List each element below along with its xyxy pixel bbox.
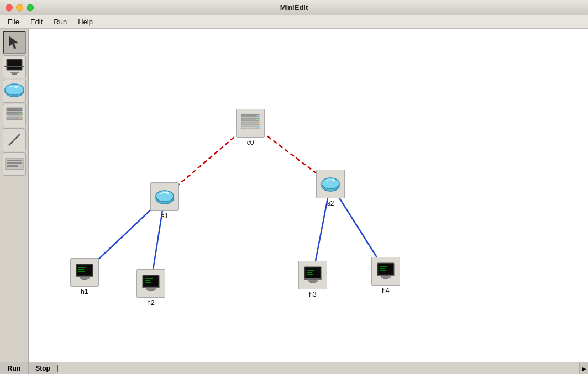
node-h1-label: h1 [81,288,88,296]
svg-rect-16 [7,160,22,161]
node-s1-box [150,182,179,211]
svg-rect-59 [381,276,391,278]
scroll-right-arrow[interactable]: ▶ [579,362,588,374]
node-h3[interactable]: h3 [298,261,327,298]
stop-button[interactable]: Stop [29,362,57,374]
node-h2-label: h2 [147,299,154,307]
node-c0[interactable]: c0 [236,109,265,146]
connection-canvas [29,29,588,362]
menu-run[interactable]: Run [48,17,72,27]
node-h4-box [371,257,400,286]
toolbar [0,29,29,362]
statusbar: Run Stop ▶ [0,362,588,374]
run-button[interactable]: Run [0,362,29,374]
svg-point-12 [19,113,21,115]
tool-host[interactable] [3,55,26,78]
traffic-lights [6,4,34,11]
node-h1-box [70,258,99,287]
node-c0-box [236,109,265,138]
titlebar: MiniEdit [0,0,588,15]
minimize-button[interactable] [16,4,23,11]
svg-point-24 [257,119,259,120]
svg-rect-3 [4,66,24,67]
node-s2[interactable]: s2 [316,170,345,207]
menu-file[interactable]: File [2,17,25,27]
node-h3-label: h3 [309,291,316,298]
node-s1-label: s1 [161,212,169,220]
svg-rect-57 [377,275,395,276]
node-s2-box [316,170,345,198]
svg-rect-21 [242,122,259,125]
node-h3-box [298,261,327,289]
svg-rect-5 [10,72,19,73]
menu-edit[interactable]: Edit [25,17,48,27]
scroll-track[interactable] [57,365,579,372]
menu-help[interactable]: Help [72,17,98,27]
svg-rect-17 [7,162,22,164]
svg-rect-2 [8,60,21,69]
node-h2-box [136,269,165,298]
svg-point-13 [19,117,21,119]
svg-marker-0 [9,36,18,49]
menubar: File Edit Run Help [0,15,588,29]
tool-link[interactable] [3,128,26,151]
svg-rect-48 [306,268,320,278]
app-title: MiniEdit [280,3,308,12]
svg-rect-51 [308,280,318,282]
node-c0-label: c0 [247,139,254,146]
node-s1[interactable]: s1 [150,182,179,220]
svg-rect-35 [80,277,90,279]
svg-rect-22 [242,126,259,129]
svg-point-26 [257,127,259,128]
svg-rect-18 [7,165,18,167]
svg-rect-4 [12,73,17,75]
close-button[interactable] [6,4,13,11]
svg-rect-40 [144,276,158,286]
svg-point-25 [257,123,259,124]
svg-rect-56 [379,264,393,274]
svg-rect-43 [146,288,156,290]
svg-rect-49 [304,278,322,280]
svg-rect-32 [77,265,92,275]
svg-rect-33 [76,276,93,277]
node-h1[interactable]: h1 [70,258,99,296]
svg-rect-19 [242,114,259,117]
svg-point-23 [257,115,259,117]
tool-netbox[interactable] [3,152,26,176]
tool-controller[interactable] [3,104,26,127]
svg-rect-41 [142,287,160,288]
svg-point-11 [19,108,21,110]
node-h4[interactable]: h4 [371,257,400,294]
node-s2-label: s2 [327,199,334,207]
canvas-area[interactable]: c0 s1 [29,29,588,362]
tool-switch[interactable] [3,80,26,103]
node-h2[interactable]: h2 [136,269,165,307]
horizontal-scrollbar[interactable] [57,362,579,374]
svg-rect-20 [242,118,259,121]
node-h4-label: h4 [382,287,389,294]
maximize-button[interactable] [27,4,34,11]
tool-select[interactable] [3,31,26,54]
svg-line-14 [9,134,20,145]
main-container: c0 s1 [0,29,588,362]
